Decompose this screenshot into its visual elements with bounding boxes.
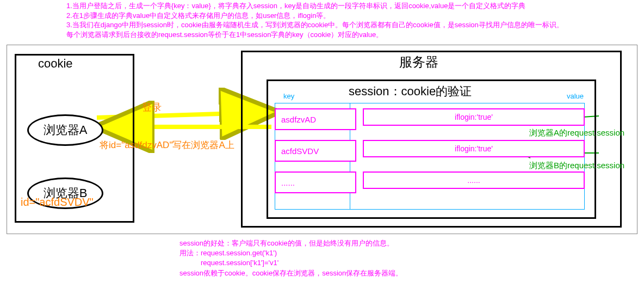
session-row: ...... ...... — [275, 171, 585, 193]
bottom-line-4: session依赖于cookie。cookie保存在浏览器，session保存在… — [179, 268, 403, 278]
explanation-bottom: session的好处：客户端只有cookie的值，但是始终没有用户的信息。 用法… — [179, 238, 403, 278]
session-box: session：cookie的验证 key value asdfzvAD ifl… — [267, 79, 596, 219]
explanation-top: 1.当用户登陆之后，生成一个字典{key：value}，将字典存入session… — [66, 1, 639, 39]
diagram-canvas: cookie 浏览器A 浏览器B id="acfdSVDV" 登录 将id="a… — [7, 45, 637, 234]
bottom-line-3: request.session['k1']='v1' — [179, 258, 403, 268]
bottom-line-2: 用法：request.session.get('k1') — [179, 248, 403, 258]
key-column-label: key — [283, 92, 294, 100]
session-value-cell: iflogin:'true' — [363, 108, 585, 126]
value-column-label: value — [567, 92, 584, 100]
request-session-a-label: 浏览器A的request.session — [529, 128, 624, 138]
top-line-4: 每个浏览器请求到后台接收的request.session等价于在1中sessio… — [66, 30, 639, 40]
login-arrow-label: 登录 — [142, 101, 162, 114]
cookie-box: cookie 浏览器A 浏览器B id="acfdSVDV" — [15, 54, 134, 223]
session-key-cell: ...... — [275, 171, 356, 193]
session-key-cell: acfdSVDV — [275, 140, 356, 162]
browser-b-id-label: id="acfdSVDV" — [21, 196, 94, 209]
top-line-3: 3.当我们在django中用到session时，cookie由服务端随机生成，写… — [66, 20, 639, 30]
bottom-line-1: session的好处：客户端只有cookie的值，但是始终没有用户的信息。 — [179, 238, 403, 248]
browser-a-ellipse: 浏览器A — [27, 114, 103, 146]
server-title: 服务器 — [399, 53, 438, 71]
session-value-cell: ...... — [363, 171, 585, 189]
session-row: asdfzvAD iflogin:'true' — [275, 108, 585, 130]
session-row: acfdSVDV iflogin:'true' — [275, 140, 585, 162]
top-line-2: 2.在1步骤生成的字典value中自定义格式来存储用户的信息，如user信息，i… — [66, 11, 639, 21]
cookie-title: cookie — [38, 57, 73, 71]
session-title: session：cookie的验证 — [349, 83, 472, 100]
write-cookie-arrow-label: 将id="asdfdzvAD"写在浏览器A上 — [100, 139, 234, 151]
request-session-b-label: 浏览器B的request.session — [529, 161, 624, 171]
session-value-cell: iflogin:'true' — [363, 140, 585, 157]
top-line-1: 1.当用户登陆之后，生成一个字典{key：value}，将字典存入session… — [66, 1, 639, 11]
session-key-cell: asdfzvAD — [275, 108, 356, 130]
server-box: 服务器 session：cookie的验证 key value asdfzvAD… — [241, 51, 622, 228]
